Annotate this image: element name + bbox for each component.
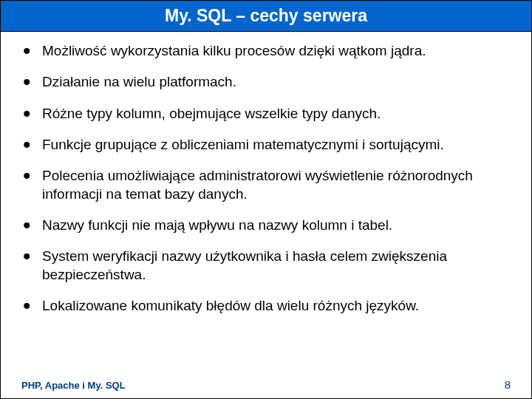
list-item: Polecenia umożliwiające administratorowi… [23, 167, 516, 203]
page-number: 8 [505, 378, 511, 391]
slide-content: Możliwość wykorzystania kilku procesów d… [1, 32, 531, 398]
list-item: System weryfikacji nazwy użytkownika i h… [23, 248, 516, 284]
list-item: Nazwy funkcji nie mają wpływu na nazwy k… [23, 216, 516, 234]
list-item: Działanie na wielu platformach. [23, 73, 516, 91]
footer: PHP, Apache i My. SQL 8 [21, 378, 511, 391]
bullet-list: Możliwość wykorzystania kilku procesów d… [23, 42, 516, 315]
slide: My. SQL – cechy serwera Możliwość wykorz… [0, 0, 532, 399]
slide-title: My. SQL – cechy serwera [1, 1, 531, 32]
list-item: Różne typy kolumn, obejmujące wszelkie t… [23, 105, 516, 123]
list-item: Możliwość wykorzystania kilku procesów d… [23, 42, 516, 60]
footer-left: PHP, Apache i My. SQL [21, 380, 126, 391]
list-item: Lokalizowane komunikaty błędów dla wielu… [23, 297, 516, 315]
list-item: Funkcje grupujące z obliczeniami matemat… [23, 136, 516, 154]
